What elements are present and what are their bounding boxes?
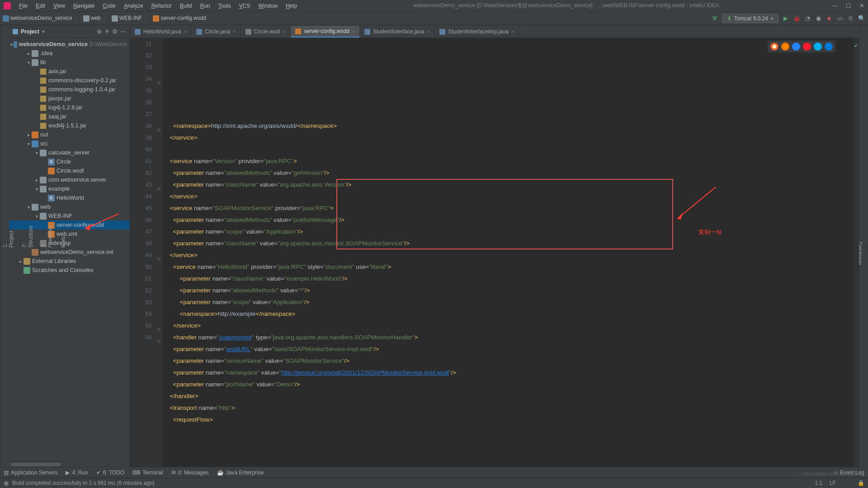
menu-tools[interactable]: Tools (215, 1, 235, 10)
editor-tab[interactable]: server-config.wsdd× (291, 26, 360, 38)
coverage-button[interactable]: ◔ (804, 15, 811, 22)
menu-build[interactable]: Build (176, 1, 196, 10)
menu-vcs[interactable]: VCS (236, 1, 254, 10)
menu-help[interactable]: Help (282, 1, 301, 10)
breadcrumb-segment[interactable]: web (83, 15, 101, 22)
menu-run[interactable]: Run (197, 1, 214, 10)
menu-code[interactable]: Code (99, 1, 119, 10)
search-button[interactable]: 🔍 (858, 15, 865, 22)
bottom-tool[interactable]: ▤ Application Servers (4, 469, 57, 476)
caret-position[interactable]: 1:1 (815, 480, 822, 486)
layout-button[interactable]: ▭ (836, 15, 844, 22)
run-button[interactable]: ▶ (782, 15, 789, 22)
tree-item[interactable]: ▾example (9, 184, 130, 193)
lock-icon[interactable]: 🔒 (858, 480, 864, 486)
app-logo-icon (4, 2, 11, 9)
bottom-tool[interactable]: ▶ 4: Run (66, 469, 88, 476)
tree-item[interactable]: ▾lib (9, 58, 130, 67)
firefox-icon[interactable] (781, 42, 789, 51)
menu-file[interactable]: File (15, 1, 31, 10)
tab-close-icon[interactable]: × (352, 28, 355, 34)
menu-navigate[interactable]: Navigate (70, 1, 98, 10)
line-separator[interactable]: LF (830, 480, 836, 486)
tree-item[interactable]: commons-discovery-0.2.jar (9, 76, 130, 85)
tree-item[interactable]: ▸com.webservice.server (9, 175, 130, 184)
tree-item[interactable]: ▾calculate_server (9, 148, 130, 157)
menu-view[interactable]: View (50, 1, 69, 10)
close-button[interactable]: ✕ (859, 2, 864, 9)
tree-item[interactable]: jaxrpc.jar (9, 94, 130, 103)
bottom-tool[interactable]: ✔ 6: TODO (96, 469, 125, 476)
tab-close-icon[interactable]: × (511, 29, 514, 34)
tree-item[interactable]: HelloWorld (9, 193, 130, 202)
code-content[interactable]: 复制一份 <namespace>http://xml.apache.org/ax… (163, 38, 854, 467)
inspection-ok-icon: ✔ (854, 40, 858, 52)
menu-edit[interactable]: Edit (32, 1, 49, 10)
menu-refactor[interactable]: Refactor (148, 1, 175, 10)
tree-item[interactable]: Scratches and Consoles (9, 266, 130, 275)
tree-item[interactable]: ▾src (9, 139, 130, 148)
tree-item[interactable]: Circle (9, 157, 130, 166)
left-gutter-tab[interactable]: Web (59, 239, 67, 251)
editor-tab[interactable]: StudentInterfaceImp.java× (435, 26, 519, 38)
main-menu: FileEditViewNavigateCodeAnalyzeRefactorB… (15, 1, 301, 10)
nav-bar: webserviceDemo_service〉web〉WEB-INF〉serve… (0, 12, 868, 25)
breadcrumb-segment[interactable]: webserviceDemo_service (3, 15, 72, 22)
expand-icon[interactable]: ✳ (104, 28, 109, 35)
left-gutter-tab[interactable]: 2: Favorites (39, 239, 54, 251)
tree-item[interactable]: commons-logging-1.0.4.jar (9, 85, 130, 94)
build-icon[interactable]: ⚒ (711, 15, 718, 22)
bottom-tool[interactable]: ⌨ Terminal (132, 469, 163, 476)
chrome-icon[interactable] (770, 42, 778, 51)
opera-icon[interactable] (803, 42, 811, 51)
maximize-button[interactable]: ☐ (846, 2, 851, 9)
tree-item[interactable]: ▾WEB-INF (9, 211, 130, 221)
editor-tab[interactable]: HelloWorld.java× (130, 26, 192, 38)
tree-horizontal-scrollbar[interactable] (9, 461, 130, 467)
hide-icon[interactable]: — (120, 28, 126, 35)
tree-item[interactable]: saaj.jar (9, 112, 130, 121)
profile-button[interactable]: ◉ (815, 15, 822, 22)
ie-icon[interactable] (814, 42, 822, 51)
tab-close-icon[interactable]: × (283, 29, 286, 34)
fold-gutter[interactable]: ⊖⊖⊖⊖⊖⊖ (156, 38, 163, 467)
minimize-button[interactable]: — (832, 2, 838, 9)
tree-item[interactable]: ▸out (9, 130, 130, 139)
tree-item[interactable]: wsdl4j-1.5.1.jar (9, 121, 130, 130)
edge-icon[interactable] (825, 42, 833, 51)
run-config-selector[interactable]: ⬇ Tomcat 9.0.24 ▾ (722, 14, 778, 23)
tree-item[interactable]: log4j-1.2.8.jar (9, 103, 130, 112)
tab-close-icon[interactable]: × (233, 29, 236, 34)
stop-button[interactable]: ■ (826, 15, 833, 22)
debug-button[interactable]: 🐞 (793, 15, 800, 22)
breadcrumb-segment[interactable]: server-config.wsdd (153, 15, 206, 22)
locate-icon[interactable]: ⊕ (97, 28, 102, 35)
error-stripe[interactable]: ✔ (854, 38, 859, 467)
tree-item[interactable]: Circle.wsdl (9, 166, 130, 175)
editor: HelloWorld.java×Circle.java×Circle.wsdl×… (130, 25, 859, 467)
bottom-tool[interactable]: ☕ Java Enterprise (217, 469, 264, 476)
menu-analyze[interactable]: Analyze (120, 1, 147, 10)
safari-icon[interactable] (792, 42, 800, 51)
tree-item[interactable]: axis.jar (9, 67, 130, 76)
annotation-text: 复制一份 (698, 226, 722, 238)
editor-tabs: HelloWorld.java×Circle.java×Circle.wsdl×… (130, 25, 859, 38)
tree-root[interactable]: ▾webserviceDemo_serviceD:\WebService (9, 40, 130, 49)
tab-close-icon[interactable]: × (427, 29, 430, 34)
editor-tab[interactable]: Circle.java× (192, 26, 241, 38)
tab-close-icon[interactable]: × (184, 29, 187, 34)
bottom-tool[interactable]: ✉ 0: Messages (171, 469, 209, 476)
editor-tab[interactable]: Circle.wsdl× (241, 26, 291, 38)
tree-item[interactable]: ▸External Libraries (9, 257, 130, 266)
code-area[interactable]: 3132333435363738394041424344454647484950… (130, 38, 859, 467)
git-button[interactable]: ⎘ (847, 15, 854, 22)
breadcrumb-segment[interactable]: WEB-INF (112, 15, 142, 22)
editor-tab[interactable]: StudentInterface.java× (360, 26, 435, 38)
left-gutter-tab[interactable]: 7: Structure (20, 239, 35, 251)
breadcrumb[interactable]: webserviceDemo_service〉web〉WEB-INF〉serve… (3, 14, 206, 22)
settings-icon[interactable]: ⚙ (112, 28, 118, 35)
tree-item[interactable]: ▾web (9, 202, 130, 211)
menu-window[interactable]: Window (255, 1, 281, 10)
left-gutter-tab[interactable]: 1: Project (0, 239, 15, 251)
tree-item[interactable]: ▸.idea (9, 49, 130, 58)
